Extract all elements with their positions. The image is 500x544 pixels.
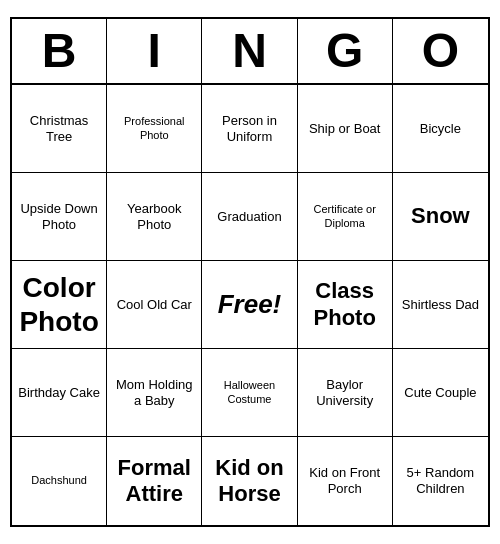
cell-text-21: Formal Attire bbox=[111, 455, 197, 508]
cell-text-23: Kid on Front Porch bbox=[302, 465, 388, 496]
bingo-letter-i: I bbox=[107, 19, 202, 83]
cell-text-22: Kid on Horse bbox=[206, 455, 292, 508]
cell-text-8: Certificate or Diploma bbox=[302, 203, 388, 229]
cell-text-6: Yearbook Photo bbox=[111, 201, 197, 232]
bingo-card: BINGO Christmas TreeProfessional PhotoPe… bbox=[10, 17, 490, 527]
bingo-letter-g: G bbox=[298, 19, 393, 83]
bingo-cell-22: Kid on Horse bbox=[202, 437, 297, 525]
cell-text-1: Professional Photo bbox=[111, 115, 197, 141]
bingo-header: BINGO bbox=[12, 19, 488, 85]
cell-text-24: 5+ Random Children bbox=[397, 465, 484, 496]
bingo-cell-16: Mom Holding a Baby bbox=[107, 349, 202, 437]
bingo-cell-10: Color Photo bbox=[12, 261, 107, 349]
bingo-cell-17: Halloween Costume bbox=[202, 349, 297, 437]
bingo-cell-8: Certificate or Diploma bbox=[298, 173, 393, 261]
cell-text-17: Halloween Costume bbox=[206, 379, 292, 405]
bingo-cell-19: Cute Couple bbox=[393, 349, 488, 437]
bingo-cell-20: Dachshund bbox=[12, 437, 107, 525]
cell-text-18: Baylor University bbox=[302, 377, 388, 408]
bingo-cell-13: Class Photo bbox=[298, 261, 393, 349]
cell-text-14: Shirtless Dad bbox=[402, 297, 479, 313]
bingo-cell-9: Snow bbox=[393, 173, 488, 261]
cell-text-9: Snow bbox=[411, 203, 470, 229]
cell-text-4: Bicycle bbox=[420, 121, 461, 137]
bingo-cell-0: Christmas Tree bbox=[12, 85, 107, 173]
bingo-cell-3: Ship or Boat bbox=[298, 85, 393, 173]
bingo-cell-1: Professional Photo bbox=[107, 85, 202, 173]
bingo-cell-24: 5+ Random Children bbox=[393, 437, 488, 525]
bingo-cell-15: Birthday Cake bbox=[12, 349, 107, 437]
cell-text-13: Class Photo bbox=[302, 278, 388, 331]
cell-text-11: Cool Old Car bbox=[117, 297, 192, 313]
cell-text-19: Cute Couple bbox=[404, 385, 476, 401]
bingo-cell-4: Bicycle bbox=[393, 85, 488, 173]
bingo-cell-2: Person in Uniform bbox=[202, 85, 297, 173]
cell-text-20: Dachshund bbox=[31, 474, 87, 487]
bingo-cell-21: Formal Attire bbox=[107, 437, 202, 525]
bingo-letter-o: O bbox=[393, 19, 488, 83]
bingo-cell-5: Upside Down Photo bbox=[12, 173, 107, 261]
bingo-cell-7: Graduation bbox=[202, 173, 297, 261]
bingo-grid: Christmas TreeProfessional PhotoPerson i… bbox=[12, 85, 488, 525]
bingo-letter-n: N bbox=[202, 19, 297, 83]
cell-text-16: Mom Holding a Baby bbox=[111, 377, 197, 408]
cell-text-2: Person in Uniform bbox=[206, 113, 292, 144]
cell-text-10: Color Photo bbox=[16, 271, 102, 338]
bingo-cell-11: Cool Old Car bbox=[107, 261, 202, 349]
bingo-letter-b: B bbox=[12, 19, 107, 83]
cell-text-3: Ship or Boat bbox=[309, 121, 381, 137]
cell-text-15: Birthday Cake bbox=[18, 385, 100, 401]
cell-text-7: Graduation bbox=[217, 209, 281, 225]
cell-text-12: Free! bbox=[218, 289, 282, 320]
bingo-cell-12: Free! bbox=[202, 261, 297, 349]
bingo-cell-18: Baylor University bbox=[298, 349, 393, 437]
cell-text-5: Upside Down Photo bbox=[16, 201, 102, 232]
bingo-cell-23: Kid on Front Porch bbox=[298, 437, 393, 525]
cell-text-0: Christmas Tree bbox=[16, 113, 102, 144]
bingo-cell-6: Yearbook Photo bbox=[107, 173, 202, 261]
bingo-cell-14: Shirtless Dad bbox=[393, 261, 488, 349]
